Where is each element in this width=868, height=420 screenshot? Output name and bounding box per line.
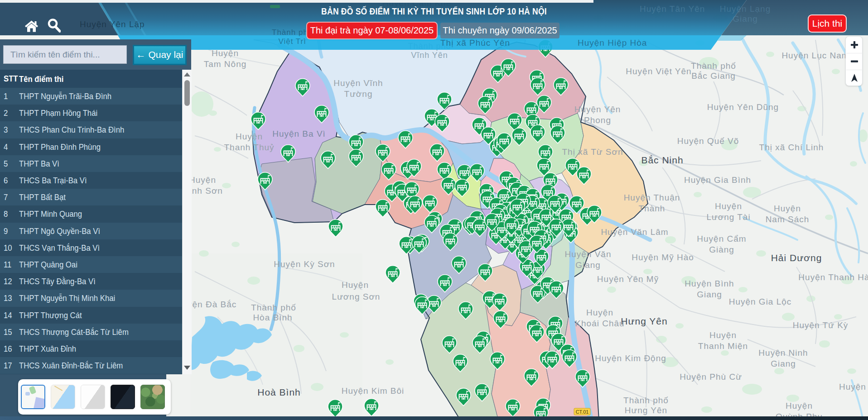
svg-text:Huyện Lục Nam: Huyện Lục Nam xyxy=(781,51,849,60)
svg-text:Nam Sách: Nam Sách xyxy=(766,215,810,224)
svg-text:Thị xã Từ Sơn: Thị xã Từ Sơn xyxy=(562,147,623,157)
svg-text:Hoà Bình: Hoà Bình xyxy=(257,387,301,397)
svg-text:Huyện Văn Lâm: Huyện Văn Lâm xyxy=(601,227,668,237)
svg-text:Huyện: Huyện xyxy=(236,132,263,141)
svg-text:Huyện Mỹ Hào: Huyện Mỹ Hào xyxy=(632,253,694,262)
svg-text:Huyện Vĩnh: Huyện Vĩnh xyxy=(333,78,383,88)
svg-text:Giang: Giang xyxy=(575,260,601,270)
svg-text:Thanh Thuỷ: Thanh Thuỷ xyxy=(224,143,274,152)
svg-text:Huyện Yên Mỹ: Huyện Yên Mỹ xyxy=(597,274,659,284)
svg-text:Giang: Giang xyxy=(697,290,722,299)
svg-text:Huyện Kỳ Sơn: Huyện Kỳ Sơn xyxy=(274,259,335,269)
svg-text:Vĩnh Yên: Vĩnh Yên xyxy=(411,51,448,60)
svg-text:Giang: Giang xyxy=(771,359,796,368)
svg-text:Lương Tài: Lương Tài xyxy=(706,212,750,222)
svg-text:Huyện Ba Vì: Huyện Ba Vì xyxy=(272,129,326,138)
svg-text:Huyện Quế Võ: Huyện Quế Võ xyxy=(677,136,739,146)
svg-text:Thành: Thành xyxy=(639,204,665,213)
svg-text:Huyện: Huyện xyxy=(715,201,742,211)
svg-text:Hưng Yên: Hưng Yên xyxy=(625,406,667,415)
svg-text:Giàng: Giàng xyxy=(709,245,734,254)
svg-text:Thành phố: Thành phố xyxy=(251,303,296,312)
svg-text:Huyện Việt Yên: Huyện Việt Yên xyxy=(626,67,691,76)
svg-text:Huyện Bình: Huyện Bình xyxy=(685,279,734,288)
svg-text:Bắc Ninh: Bắc Ninh xyxy=(641,155,683,165)
svg-text:Huyện Thanh Hà: Huyện Thanh Hà xyxy=(798,272,868,282)
svg-text:Huyện Kim Động: Huyện Kim Động xyxy=(595,353,666,363)
svg-text:Lương Sơn: Lương Sơn xyxy=(332,292,381,301)
svg-text:Phong: Phong xyxy=(584,115,611,125)
svg-text:Tam Nông: Tam Nông xyxy=(204,59,247,69)
svg-text:Huyện: Huyện xyxy=(342,280,369,290)
svg-text:Thị xã Chí Linh: Thị xã Chí Linh xyxy=(759,143,824,152)
svg-text:Hòa Bình: Hòa Bình xyxy=(253,313,292,322)
svg-text:Huyện Cẩm: Huyện Cẩm xyxy=(697,234,746,243)
svg-text:CT.01: CT.01 xyxy=(576,409,589,415)
svg-text:Huyện Kim Bôi: Huyện Kim Bôi xyxy=(342,386,405,396)
svg-text:Hải Dương: Hải Dương xyxy=(771,253,822,263)
svg-text:Thanh Miện: Thanh Miện xyxy=(698,341,748,351)
svg-text:Huyện Vĩ: Huyện Vĩ xyxy=(839,382,868,391)
svg-text:Huyện: Huyện xyxy=(212,48,239,58)
svg-text:Thành phố: Thành phố xyxy=(623,396,669,405)
svg-text:Huyện Yên Dũng: Huyện Yên Dũng xyxy=(707,102,779,112)
svg-text:Tường: Tường xyxy=(344,89,373,99)
svg-text:Huyện Ninh: Huyện Ninh xyxy=(758,348,808,358)
svg-text:Huyện: Huyện xyxy=(786,401,813,410)
svg-text:Huyện Thuận: Huyện Thuận xyxy=(624,193,680,202)
svg-text:Huyện Phù Cừ: Huyện Phù Cừ xyxy=(680,372,742,382)
svg-text:Huyện Tứ Kỳ: Huyện Tứ Kỳ xyxy=(793,320,849,330)
svg-text:Huyện Gia Lộc: Huyện Gia Lộc xyxy=(729,297,792,306)
svg-text:Thành phố: Thành phố xyxy=(691,61,736,71)
svg-text:Bắc Giang: Bắc Giang xyxy=(691,71,736,81)
svg-text:Huyện: Huyện xyxy=(709,330,737,340)
svg-text:Huyện: Huyện xyxy=(586,308,613,317)
svg-text:Huyện Văn: Huyện Văn xyxy=(564,249,611,259)
svg-text:Huyện: Huyện xyxy=(189,175,216,185)
svg-text:Huyện Yên: Huyện Yên xyxy=(574,105,621,114)
svg-text:Khoái Châu: Khoái Châu xyxy=(575,319,624,328)
svg-text:Hưng Yên: Hưng Yên xyxy=(621,316,667,326)
svg-text:Huyện: Huyện xyxy=(774,204,801,213)
svg-text:Huyện Gia Bình: Huyện Gia Bình xyxy=(684,175,751,185)
